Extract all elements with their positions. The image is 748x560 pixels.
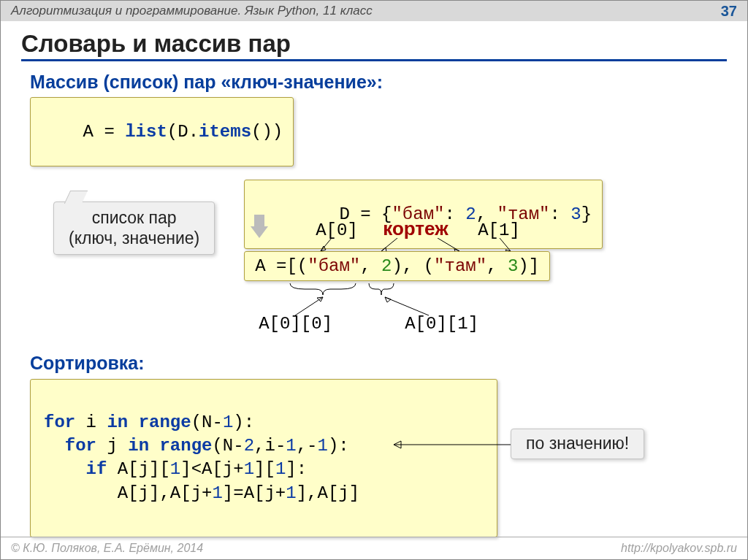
copyright: © К.Ю. Поляков, Е.А. Ерёмин, 2014 bbox=[11, 542, 203, 555]
page-number: 37 bbox=[721, 3, 737, 20]
arrow-tuple-left-icon bbox=[375, 238, 405, 253]
arrow-a1-icon bbox=[489, 238, 525, 253]
divider bbox=[21, 59, 727, 61]
svg-line-5 bbox=[385, 297, 429, 315]
arrow-tuple-right-icon bbox=[434, 238, 470, 253]
svg-line-3 bbox=[500, 238, 511, 251]
svg-line-0 bbox=[321, 238, 332, 251]
breadcrumb: Алгоритмизация и программирование. Язык … bbox=[11, 4, 373, 18]
svg-line-2 bbox=[438, 238, 459, 251]
slide-footer: © К.Ю. Поляков, Е.А. Ерёмин, 2014 http:/… bbox=[1, 537, 747, 559]
subheading-array: Массив (список) пар «ключ-значение»: bbox=[30, 72, 727, 93]
label-tuple: кортеж bbox=[383, 218, 448, 240]
arrow-a0-icon bbox=[313, 238, 350, 253]
code-list-a: A =[("бам", 2), ("там", 3)] bbox=[244, 251, 550, 281]
footer-url: http://kpolyakov.spb.ru bbox=[621, 542, 737, 555]
callout-line2: (ключ, значение) bbox=[69, 229, 199, 249]
subheading-sort: Сортировка: bbox=[30, 353, 145, 374]
label-a0: A[0] bbox=[316, 220, 358, 240]
label-a00: A[0][0] bbox=[259, 314, 332, 334]
callout-list-of-pairs: список пар (ключ, значение) bbox=[53, 202, 215, 255]
arrow-down-icon bbox=[254, 215, 268, 238]
label-a1: A[1] bbox=[478, 220, 520, 240]
slide-header: Алгоритмизация и программирование. Язык … bbox=[1, 1, 747, 21]
callout-by-value: по значению! bbox=[511, 429, 644, 459]
code-list-items: A = list(D.items()) bbox=[30, 97, 294, 166]
slide-title: Словарь и массив пар bbox=[21, 30, 727, 58]
code-sort: for i in range(N-1): for j in range(N-2,… bbox=[30, 379, 497, 537]
callout-line1: список пар bbox=[69, 208, 199, 229]
label-a01: A[0][1] bbox=[405, 314, 478, 334]
arrow-by-value-icon bbox=[390, 437, 514, 452]
